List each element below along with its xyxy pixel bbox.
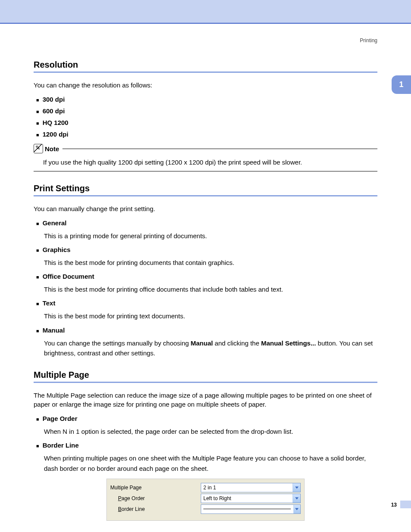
bullet-label: Border Line (43, 442, 79, 449)
dropdown-value: 2 in 1 (203, 485, 216, 491)
bullet-icon: ■ (36, 248, 39, 253)
bullet-description: When N in 1 option is selected, the page… (44, 426, 377, 436)
note-rule-bottom (34, 171, 377, 171)
bullet-icon: ■ (36, 443, 39, 448)
bullet-label: 300 dpi (43, 96, 65, 103)
bullet-icon: ■ (36, 97, 39, 103)
list-item: ■Manual (34, 327, 377, 334)
running-header: Printing (0, 24, 411, 44)
bullet-label: HQ 1200 (43, 119, 68, 126)
page-number-tab (400, 501, 411, 508)
list-item: ■Border Line (34, 442, 377, 449)
multiple-page-intro: The Multiple Page selection can reduce t… (34, 391, 377, 409)
bullet-label: General (43, 219, 67, 227)
bullet-icon: ■ (36, 274, 39, 280)
chevron-down-icon[interactable] (293, 505, 300, 513)
bullet-label: Office Document (43, 273, 94, 280)
settings-row: Multiple Page2 in 1 (110, 483, 301, 492)
section-resolution: Resolution You can change the resolution… (34, 60, 377, 171)
settings-row: Page OrderLeft to Right (110, 494, 301, 503)
section-multiple-page: Multiple Page The Multiple Page selectio… (34, 370, 377, 521)
bullet-icon: ■ (36, 109, 39, 114)
list-item: ■600 dpi (34, 107, 377, 115)
bullet-icon: ■ (36, 328, 39, 333)
bullet-icon: ■ (36, 221, 39, 226)
dropdown[interactable] (201, 504, 301, 514)
dropdown[interactable]: Left to Right (201, 494, 301, 503)
dropdown[interactable]: 2 in 1 (201, 483, 301, 492)
chevron-down-icon[interactable] (293, 483, 300, 492)
bullet-description: This is the best mode for printing docum… (44, 258, 377, 268)
settings-label: Page Order (110, 495, 201, 501)
section-print-settings: Print Settings You can manually change t… (34, 184, 377, 358)
heading-multiple-page: Multiple Page (34, 370, 377, 383)
list-item: ■1200 dpi (34, 131, 377, 138)
heading-print-settings: Print Settings (34, 184, 377, 196)
bullet-label: Manual (43, 327, 65, 334)
bullet-icon: ■ (36, 132, 39, 137)
print-settings-intro: You can manually change the print settin… (34, 204, 377, 213)
note-rule-top (62, 149, 377, 149)
dropdown-value: Left to Right (203, 495, 231, 501)
bullet-label: 600 dpi (43, 107, 65, 115)
bullet-label: Graphics (43, 246, 71, 253)
bullet-description: When printing multiple pages on one shee… (44, 453, 377, 473)
top-banner (0, 0, 411, 24)
bullet-icon: ■ (36, 301, 39, 306)
bullet-label: 1200 dpi (43, 131, 68, 138)
chevron-down-icon[interactable] (293, 494, 300, 503)
settings-label: Multiple Page (110, 485, 201, 491)
note-block: Note If you use the high quality 1200 dp… (34, 144, 377, 171)
note-icon (34, 144, 43, 153)
list-item: ■Office Document (34, 273, 377, 280)
note-text: If you use the high quality 1200 dpi set… (34, 153, 377, 171)
bullet-label: Text (43, 299, 56, 307)
bullet-icon: ■ (36, 121, 39, 126)
list-item: ■Text (34, 299, 377, 307)
bullet-description: You can change the settings manually by … (44, 338, 377, 358)
page-content: Resolution You can change the resolution… (0, 44, 411, 521)
list-item: ■300 dpi (34, 96, 377, 103)
bullet-description: This is the best mode for printing offic… (44, 284, 377, 294)
settings-panel-screenshot: Multiple Page2 in 1Page OrderLeft to Rig… (106, 479, 305, 521)
bullet-icon: ■ (36, 417, 39, 422)
list-item: ■Page Order (34, 415, 377, 422)
bullet-description: This is a printing mode for general prin… (44, 231, 377, 241)
page-number: 13 (391, 502, 397, 508)
resolution-intro: You can change the resolution as follows… (34, 81, 377, 90)
bullet-description: This is the best mode for printing text … (44, 311, 377, 321)
settings-row: Border Line (110, 504, 301, 514)
bullet-label: Page Order (43, 415, 78, 422)
list-item: ■HQ 1200 (34, 119, 377, 126)
heading-resolution: Resolution (34, 60, 377, 73)
list-item: ■General (34, 219, 377, 227)
dropdown-value (203, 509, 291, 509)
chapter-tab: 1 (392, 75, 411, 94)
settings-label: Border Line (110, 506, 201, 512)
note-title: Note (45, 145, 59, 152)
list-item: ■Graphics (34, 246, 377, 253)
